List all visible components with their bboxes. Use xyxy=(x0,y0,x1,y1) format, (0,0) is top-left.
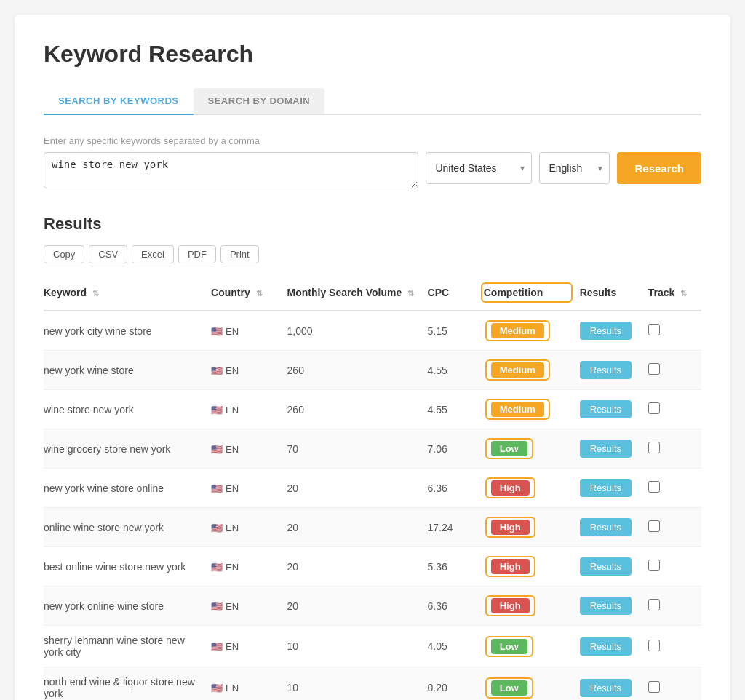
sort-country-icon[interactable]: ⇅ xyxy=(256,289,263,298)
results-button[interactable]: Results xyxy=(580,361,632,379)
cell-keyword: new york city wine store xyxy=(44,311,211,351)
competition-badge: Low xyxy=(491,639,527,654)
cell-track[interactable] xyxy=(648,586,701,626)
track-checkbox[interactable] xyxy=(648,560,660,571)
competition-badge: High xyxy=(491,520,530,535)
country-select[interactable]: United States United Kingdom Canada Aust… xyxy=(426,152,532,184)
sort-keyword-icon[interactable]: ⇅ xyxy=(92,289,99,298)
sort-track-icon[interactable]: ⇅ xyxy=(680,289,687,298)
cell-volume: 20 xyxy=(287,469,428,508)
research-button[interactable]: Research xyxy=(617,152,701,184)
cell-cpc: 4.55 xyxy=(428,351,481,390)
competition-badge: Low xyxy=(491,441,527,456)
copy-button[interactable]: Copy xyxy=(44,245,84,263)
cell-results-btn[interactable]: Results xyxy=(580,390,648,429)
results-button[interactable]: Results xyxy=(580,518,632,536)
cell-keyword: new york wine store xyxy=(44,351,211,390)
cell-competition: High xyxy=(481,586,580,626)
flag-icon: 🇺🇸 xyxy=(211,444,223,455)
language-select[interactable]: English Spanish French German xyxy=(539,152,610,184)
cell-results-btn[interactable]: Results xyxy=(580,508,648,547)
cell-results-btn[interactable]: Results xyxy=(580,469,648,508)
cell-country: 🇺🇸 EN xyxy=(211,351,287,390)
search-section: Enter any specific keywords separated by… xyxy=(44,135,701,188)
results-button[interactable]: Results xyxy=(580,557,632,576)
cell-cpc: 5.36 xyxy=(428,547,481,586)
country-code: EN xyxy=(226,405,239,415)
tab-search-by-keywords[interactable]: SEARCH BY KEYWORDS xyxy=(44,88,194,115)
tab-search-by-domain[interactable]: SEARCH BY DOMAIN xyxy=(194,88,325,114)
results-button[interactable]: Results xyxy=(580,597,632,615)
keyword-input[interactable]: wine store new york xyxy=(44,152,418,188)
competition-badge: Low xyxy=(491,680,527,696)
track-checkbox[interactable] xyxy=(648,520,660,532)
cell-results-btn[interactable]: Results xyxy=(580,429,648,469)
cell-keyword: north end wine & liquor store new york xyxy=(44,667,211,701)
track-checkbox[interactable] xyxy=(648,442,660,453)
cell-results-btn[interactable]: Results xyxy=(580,351,648,390)
flag-icon: 🇺🇸 xyxy=(211,365,223,376)
cell-track[interactable] xyxy=(648,508,701,547)
results-button[interactable]: Results xyxy=(580,479,632,497)
results-button[interactable]: Results xyxy=(580,400,632,418)
track-checkbox[interactable] xyxy=(648,324,660,335)
cell-track[interactable] xyxy=(648,547,701,586)
cell-track[interactable] xyxy=(648,311,701,351)
cell-competition: Medium xyxy=(481,351,580,390)
track-checkbox[interactable] xyxy=(648,402,660,414)
pdf-button[interactable]: PDF xyxy=(178,245,216,263)
excel-button[interactable]: Excel xyxy=(132,245,174,263)
track-checkbox[interactable] xyxy=(648,640,660,651)
flag-icon: 🇺🇸 xyxy=(211,522,223,533)
tab-bar: SEARCH BY KEYWORDS SEARCH BY DOMAIN xyxy=(44,88,701,115)
cell-cpc: 6.36 xyxy=(428,469,481,508)
table-row: new york online wine store 🇺🇸 EN 20 6.36… xyxy=(44,586,701,626)
competition-badge: Medium xyxy=(491,402,544,417)
cell-track[interactable] xyxy=(648,351,701,390)
col-header-results: Results xyxy=(580,275,648,311)
cell-competition: Medium xyxy=(481,390,580,429)
sort-volume-icon[interactable]: ⇅ xyxy=(407,289,414,298)
country-code: EN xyxy=(226,444,239,455)
track-checkbox[interactable] xyxy=(648,481,660,493)
flag-icon: 🇺🇸 xyxy=(211,405,223,415)
cell-track[interactable] xyxy=(648,469,701,508)
results-button[interactable]: Results xyxy=(580,679,632,697)
cell-results-btn[interactable]: Results xyxy=(580,547,648,586)
competition-badge: High xyxy=(491,598,530,613)
cell-competition: High xyxy=(481,469,580,508)
cell-cpc: 4.05 xyxy=(428,626,481,667)
cell-track[interactable] xyxy=(648,390,701,429)
col-header-volume: Monthly Search Volume ⇅ xyxy=(287,275,428,311)
country-code: EN xyxy=(226,683,239,693)
results-button[interactable]: Results xyxy=(580,637,632,656)
cell-results-btn[interactable]: Results xyxy=(580,586,648,626)
cell-track[interactable] xyxy=(648,667,701,701)
print-button[interactable]: Print xyxy=(220,245,259,263)
cell-track[interactable] xyxy=(648,429,701,469)
track-checkbox[interactable] xyxy=(648,599,660,610)
results-button[interactable]: Results xyxy=(580,322,632,340)
cell-results-btn[interactable]: Results xyxy=(580,626,648,667)
country-code: EN xyxy=(226,601,239,612)
track-checkbox[interactable] xyxy=(648,363,660,375)
track-checkbox[interactable] xyxy=(648,681,660,693)
country-code: EN xyxy=(226,641,239,652)
table-row: new york wine store online 🇺🇸 EN 20 6.36… xyxy=(44,469,701,508)
cell-volume: 10 xyxy=(287,626,428,667)
cell-results-btn[interactable]: Results xyxy=(580,667,648,701)
cell-country: 🇺🇸 EN xyxy=(211,311,287,351)
cell-country: 🇺🇸 EN xyxy=(211,667,287,701)
results-table: Keyword ⇅ Country ⇅ Monthly Search Volum… xyxy=(44,275,701,700)
cell-results-btn[interactable]: Results xyxy=(580,311,648,351)
results-button[interactable]: Results xyxy=(580,440,632,458)
competition-badge: Medium xyxy=(491,362,544,378)
competition-badge: Medium xyxy=(491,323,544,338)
cell-volume: 20 xyxy=(287,547,428,586)
cell-competition: High xyxy=(481,547,580,586)
flag-icon: 🇺🇸 xyxy=(211,601,223,612)
cell-track[interactable] xyxy=(648,626,701,667)
competition-badge: High xyxy=(491,480,530,496)
main-card: Keyword Research SEARCH BY KEYWORDS SEAR… xyxy=(15,15,730,700)
csv-button[interactable]: CSV xyxy=(89,245,127,263)
